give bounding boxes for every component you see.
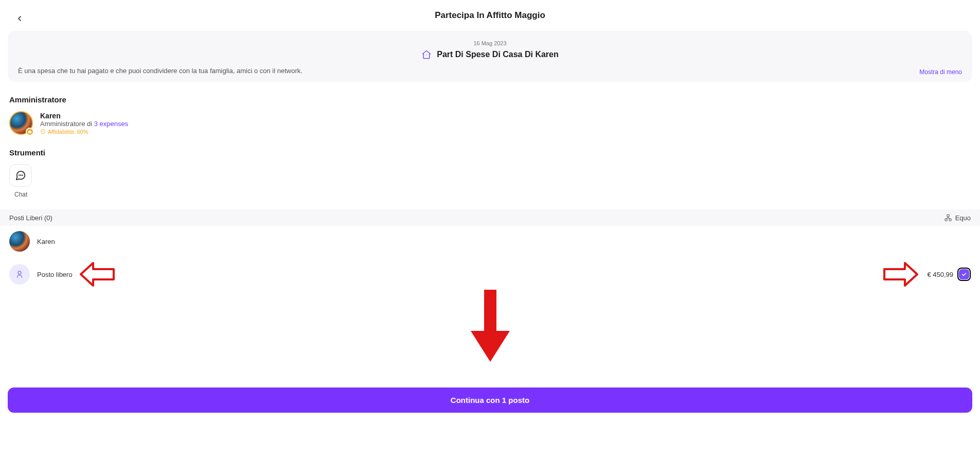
show-less-link[interactable]: Mostra di meno bbox=[919, 68, 962, 76]
slot-selected-checkbox[interactable] bbox=[957, 268, 971, 281]
continue-button-label: Continua con 1 posto bbox=[451, 396, 529, 404]
svg-rect-5 bbox=[949, 219, 951, 221]
equo-label: Equo bbox=[955, 214, 971, 222]
expense-date: 16 Mag 2023 bbox=[18, 40, 962, 46]
check-icon bbox=[961, 271, 967, 277]
svg-point-1 bbox=[21, 175, 21, 175]
expense-info-card: 16 Mag 2023 Part Di Spese Di Casa Di Kar… bbox=[8, 31, 972, 82]
expense-title: Part Di Spese Di Casa Di Karen bbox=[437, 50, 559, 59]
expense-description: È una spesa che tu hai pagato e che puoi… bbox=[18, 67, 962, 75]
slot-price: € 450,99 bbox=[927, 271, 953, 278]
page-header: Partecipa In Affitto Maggio bbox=[0, 0, 980, 31]
admin-role-prefix: Amministratore di bbox=[40, 120, 94, 128]
distribution-icon bbox=[944, 214, 952, 222]
expense-title-row: Part Di Spese Di Casa Di Karen bbox=[18, 49, 962, 60]
reliability-text: Affidabilità: 60% bbox=[48, 129, 88, 135]
chevron-left-icon bbox=[15, 14, 24, 23]
slots-header: Posti Liberi (0) Equo bbox=[0, 209, 980, 226]
reliability-badge: Affidabilità: 60% bbox=[40, 129, 128, 135]
participant-avatar bbox=[9, 231, 30, 252]
svg-point-0 bbox=[19, 175, 20, 175]
tools-section: Strumenti Chat bbox=[0, 148, 980, 198]
page-title: Partecipa In Affitto Maggio bbox=[0, 10, 980, 21]
chat-icon bbox=[15, 170, 26, 181]
chat-tool-button[interactable] bbox=[9, 164, 32, 187]
participant-name: Karen bbox=[37, 238, 55, 245]
slots-header-label: Posti Liberi (0) bbox=[9, 214, 52, 222]
continue-button[interactable]: Continua con 1 posto bbox=[8, 387, 972, 413]
svg-rect-3 bbox=[947, 215, 949, 217]
annotation-arrow-down bbox=[470, 290, 511, 362]
slot-row-admin: Karen bbox=[0, 226, 980, 257]
admin-name: Karen bbox=[40, 112, 128, 120]
admin-section-title: Amministratore bbox=[9, 95, 971, 104]
admin-expenses-link[interactable]: 3 expenses bbox=[94, 120, 129, 128]
svg-point-6 bbox=[18, 271, 21, 274]
back-button[interactable] bbox=[15, 14, 24, 23]
person-icon bbox=[15, 270, 24, 279]
chat-tool-label: Chat bbox=[14, 191, 971, 198]
svg-rect-4 bbox=[945, 219, 947, 221]
admin-badge-icon bbox=[26, 128, 34, 136]
admin-avatar bbox=[9, 111, 33, 135]
admin-row[interactable]: Karen Amministratore di 3 expenses Affid… bbox=[9, 111, 971, 135]
house-icon bbox=[421, 49, 432, 60]
slot-row-free[interactable]: Posto libero € 450,99 bbox=[0, 259, 980, 290]
equo-toggle[interactable]: Equo bbox=[944, 214, 971, 222]
free-slot-label: Posto libero bbox=[37, 271, 73, 278]
admin-subtitle: Amministratore di 3 expenses bbox=[40, 120, 128, 128]
shield-check-icon bbox=[40, 129, 46, 134]
tools-section-title: Strumenti bbox=[9, 148, 971, 157]
admin-section: Amministratore Karen Amministratore di 3… bbox=[0, 95, 980, 135]
empty-slot-avatar bbox=[9, 264, 30, 285]
svg-point-2 bbox=[22, 175, 23, 175]
